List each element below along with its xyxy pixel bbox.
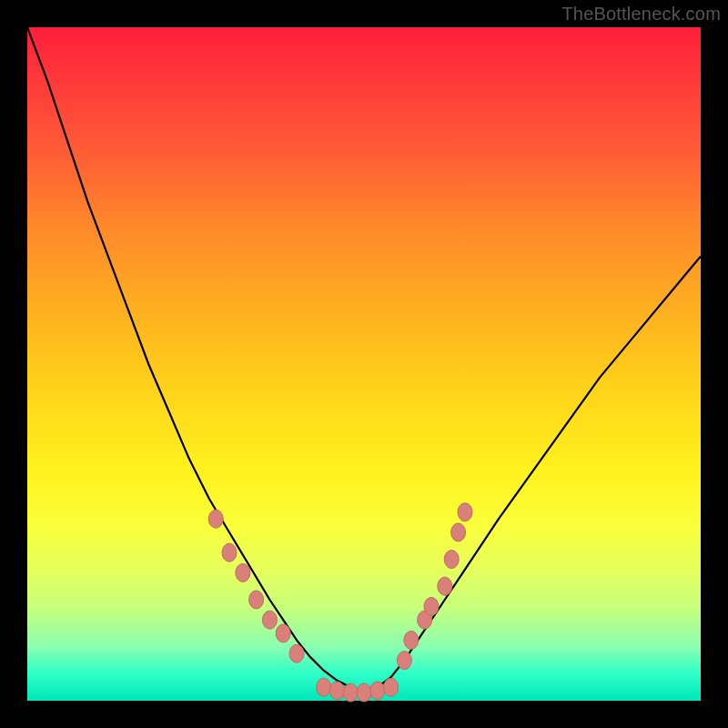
marker-right-cluster [424, 597, 439, 615]
marker-right-cluster [397, 652, 411, 670]
marker-bottom [343, 683, 358, 702]
marker-right-cluster [458, 503, 472, 521]
marker-left-cluster [276, 624, 290, 642]
marker-left-cluster [222, 543, 237, 561]
chart-frame: TheBottleneck.com [0, 0, 728, 728]
marker-bottom [370, 682, 385, 700]
chart-overlay [27, 27, 701, 701]
watermark-text: TheBottleneck.com [561, 4, 721, 25]
marker-left-cluster [289, 644, 304, 662]
marker-right-cluster [444, 551, 459, 569]
data-markers [208, 503, 472, 702]
marker-right-cluster [451, 523, 466, 541]
marker-left-cluster [236, 563, 250, 581]
bottleneck-curve [27, 27, 701, 692]
marker-left-cluster [208, 510, 223, 528]
marker-right-cluster [404, 631, 419, 649]
marker-bottom [329, 682, 344, 700]
marker-left-cluster [249, 591, 264, 609]
marker-bottom [357, 683, 371, 702]
marker-right-cluster [438, 577, 452, 595]
marker-bottom [317, 678, 331, 696]
marker-bottom [384, 678, 399, 696]
marker-left-cluster [262, 611, 277, 629]
